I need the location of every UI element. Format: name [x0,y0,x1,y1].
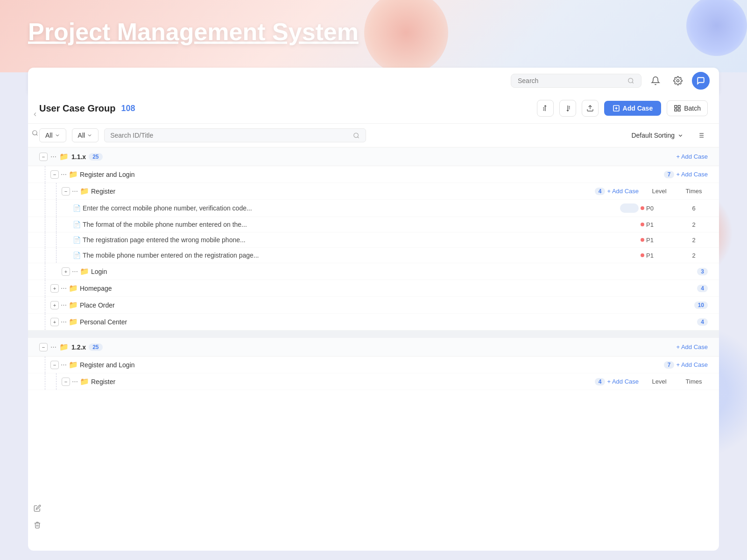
svg-rect-7 [675,105,677,108]
register-col-level: Level [641,188,678,195]
case-2-times: 2 [680,221,708,228]
register-login-2-name: Register and Login [80,361,662,369]
filter-select-1[interactable]: All [39,128,66,142]
filter-bar: All All Default Sorting [28,124,719,147]
register-login-2-badge: 7 [664,361,675,369]
toolbar-count: 108 [121,104,135,113]
register-2-col-times: Times [680,378,708,385]
case-1-times: 6 [680,205,708,212]
add-case-icon [613,105,620,112]
case-3-icon: 📄 [73,236,81,244]
add-case-button[interactable]: Add Case [604,101,662,116]
register-row: − ⋯ 📁 Register 4 + Add Case Level Times [28,183,719,200]
list-view-button[interactable] [694,128,708,142]
login-expand[interactable]: + [62,267,70,276]
place-order-row: + ⋯ 📁 Place Order 10 [28,297,719,314]
svg-point-1 [677,79,679,82]
register-2-add-case[interactable]: + Add Case [607,378,639,385]
group-1.1.x-add-case[interactable]: + Add Case [676,153,708,160]
toolbar: User Case Group 108 Add Case Batch [28,93,719,124]
group-1.1.x-header: − ⋯ 📁 1.1.x 25 + Add Case [28,147,719,166]
svg-point-2 [33,131,37,135]
register-login-2-add-case[interactable]: + Add Case [676,361,708,368]
svg-rect-8 [678,105,681,108]
filter-search-icon [353,132,359,139]
avatar-button[interactable] [692,72,710,90]
case-2-text: The format of the mobile phone number en… [83,221,639,228]
group-1.1.x-badge: 25 [89,153,102,161]
svg-rect-10 [678,109,681,111]
group-2-shuffle-icon: ⋯ [50,343,56,350]
case-3-text: The registration page entered the wrong … [83,236,639,244]
register-2-expand[interactable]: − [62,378,70,386]
register-login-2-expand[interactable]: − [50,361,59,369]
sort-button[interactable]: Default Sorting [627,129,688,142]
case-4-level: P1 [641,252,678,259]
case-1-toggle[interactable] [620,203,639,213]
login-name: Login [91,268,695,275]
filter-select-2[interactable]: All [72,128,99,142]
register-shuffle-icon: ⋯ [72,188,78,195]
top-search-input[interactable] [518,77,624,84]
group-1.2.x-expand[interactable]: − [39,343,48,351]
batch-label: Batch [684,105,701,112]
sidebar-search-icon[interactable] [28,126,42,140]
case-1-icon: 📄 [73,204,81,212]
register-login-name: Register and Login [80,171,662,178]
login-shuffle-icon: ⋯ [72,268,78,275]
sort-chevron-icon [677,133,684,139]
register-login-expand[interactable]: − [50,170,59,179]
register-2-shuffle-icon: ⋯ [72,378,78,385]
register-expand[interactable]: − [62,187,70,196]
sort-down-button[interactable] [559,100,576,117]
delete-icon[interactable] [30,518,44,532]
personal-center-shuffle-icon: ⋯ [61,318,67,325]
group-1.2.x-add-case[interactable]: + Add Case [676,343,708,350]
group-1.2.x-name: 1.2.x [71,343,86,351]
batch-button[interactable]: Batch [667,100,708,116]
register-badge: 4 [595,188,606,195]
personal-center-badge: 4 [697,318,708,326]
export-button[interactable] [582,100,599,117]
app-title: Project Management System [28,18,359,46]
register-2-folder-icon: 📁 [80,377,89,386]
sort-label: Default Sorting [631,132,675,139]
top-nav [28,68,719,93]
group-1.1.x-expand[interactable]: − [39,153,48,161]
place-order-expand[interactable]: + [50,301,59,309]
homepage-row: + ⋯ 📁 Homepage 4 [28,280,719,297]
login-folder-icon: 📁 [80,267,89,276]
login-row: + ⋯ 📁 Login 3 [28,263,719,280]
personal-center-row: + ⋯ 📁 Personal Center 4 [28,314,719,330]
collapse-arrow[interactable] [28,107,42,121]
case-4-row: 📄 The mobile phone number entered on the… [28,248,719,263]
homepage-badge: 4 [697,285,708,292]
notification-icon[interactable] [647,72,664,89]
login-badge: 3 [697,268,708,275]
top-search-box[interactable] [511,74,641,88]
sort-up-button[interactable] [537,100,554,117]
register-add-case[interactable]: + Add Case [607,188,639,195]
group-folder-icon: 📁 [59,152,69,161]
register-login-shuffle-icon: ⋯ [61,171,67,178]
case-4-times: 2 [680,252,708,259]
content-list: − ⋯ 📁 1.1.x 25 + Add Case − ⋯ 📁 Register… [28,147,719,549]
batch-icon [674,105,681,112]
group-1.2.x-header: − ⋯ 📁 1.2.x 25 + Add Case [28,338,719,357]
register-login-badge: 7 [664,171,675,178]
bg-circle-orange [364,0,448,72]
settings-icon[interactable] [669,72,686,89]
avatar-icon [697,77,705,85]
homepage-expand[interactable]: + [50,284,59,293]
filter-search-input[interactable] [110,132,349,139]
group-divider [28,330,719,338]
edit-icon[interactable] [30,501,44,515]
personal-center-expand[interactable]: + [50,318,59,326]
svg-rect-9 [675,109,677,111]
place-order-folder-icon: 📁 [69,301,78,309]
case-2-level: P1 [641,221,678,228]
filter-search-box[interactable] [104,128,366,142]
left-sidebar [28,107,42,140]
svg-point-0 [628,78,633,83]
register-login-add-case[interactable]: + Add Case [676,171,708,178]
